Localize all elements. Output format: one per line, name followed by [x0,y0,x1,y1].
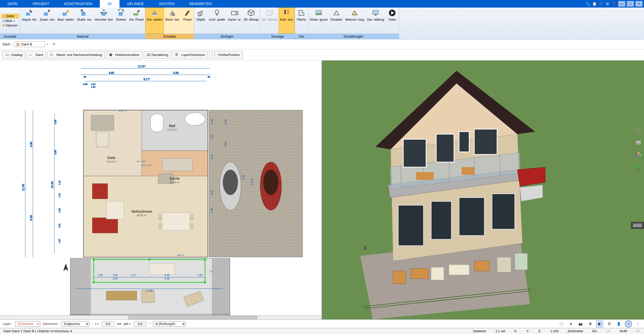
house-3d-canvas[interactable] [322,60,644,319]
drehen-button[interactable]: Drehen [114,8,128,34]
layer-select[interactable]: 2D-Element [15,321,40,327]
svg-text:2.35: 2.35 [165,277,170,280]
dropdown-arrow[interactable]: ▾ [47,43,48,46]
lichtquelle-button[interactable]: Licht- quelle [207,8,227,34]
svg-text:Wohnzimmer: Wohnzimmer [131,209,152,214]
status-y: Y: [525,329,531,333]
svg-rect-133 [431,201,451,239]
view-3d[interactable] [322,60,644,319]
layers-panel-icon[interactable] [634,126,642,134]
wand-dach-button[interactable]: ⬡Wand- und Dachverschneidung [47,51,105,59]
video-button[interactable]: Video [386,8,399,34]
status-x: X: [513,329,519,333]
n-icon[interactable]: N [625,320,632,327]
svg-rect-16 [284,12,286,14]
phi-input[interactable] [134,321,147,327]
svg-point-155 [636,165,640,169]
menu-bearbeiten[interactable]: BEARBEITEN [182,0,220,8]
view-2d[interactable]: 11.01° 4.65 5.60 36 36 9.17° 0.83 1.01 1… [0,60,322,319]
svg-text:BRH 26: BRH 26 [177,254,185,256]
floorplan-canvas[interactable]: 11.01° 4.65 5.60 36 36 9.17° 0.83 1.01 1… [0,60,322,319]
roof-icon: ⌂ [29,53,34,57]
svg-text:3.2: 3.2 [210,270,213,273]
main-menu-bar: DATEI PROJEKT KONSTRUKTION 3D GELÄNDE SI… [0,0,644,8]
color-palette-icon[interactable] [634,151,642,159]
camera-icon[interactable]: 📷 [577,320,584,327]
verschieben-button[interactable]: Verschie- ben [93,8,114,34]
svg-text:Diele: Diele [107,156,115,160]
flaeche-button[interactable]: ?Fläche [295,8,308,34]
edit-pencil-icon[interactable]: ✎ [53,42,55,46]
pinsel-button[interactable]: Pinsel [181,8,194,34]
tool-icon-clipboard[interactable]: 📋 [592,1,597,7]
hin-pinsel-button[interactable]: Hin. Pinsel [128,8,145,34]
darstellung-button[interactable]: Dar- stellung [365,8,386,34]
person-icon[interactable]: 👤 [615,320,622,327]
groesse-position-button[interactable]: ⛶Größe/Position [209,51,243,59]
hintergrund-button[interactable]: Hinter- grund [308,8,329,34]
group-label-info: Info [295,34,308,39]
beleuchtung-button[interactable]: Beleuch- tung [344,8,365,34]
zuweisen-button[interactable]: Zuwei- sen [38,8,56,34]
cursor-icon[interactable]: ➤ [567,320,574,327]
tool-icon-settings[interactable]: ⚙ [605,1,610,7]
minimize-button[interactable]: — [618,1,625,7]
geschoss-select[interactable]: Erdgeschos [62,321,89,327]
svg-text:5.60: 5.60 [173,71,178,74]
right-panel-handle[interactable] [631,222,644,229]
dach-dropdown[interactable]: 🏠 Dach B [14,41,45,47]
svg-text:Küche: Küche [170,176,180,180]
svg-text:4.65: 4.65 [109,71,114,74]
3d-bitmap-button[interactable]: 3D- Bitmap [242,8,260,34]
skalieren-button[interactable]: Skalie- ren [75,8,93,34]
kollision-button[interactable]: Kolli- sion [279,8,295,34]
mark-button[interactable]: ◇Mark.▾ [2,19,19,23]
close-button[interactable]: × [635,1,642,7]
svg-rect-0 [26,13,30,15]
clock-icon[interactable]: 🕐 [558,320,565,327]
darstellen-button[interactable]: Dar- stellen [145,8,164,34]
menu-gelaende[interactable]: GELÄNDE [119,0,151,8]
menu-konstruktion[interactable]: KONSTRUKTION [57,0,100,8]
menu-datei[interactable]: DATEI [0,0,25,8]
optionen-button[interactable]: ✚Optionen [2,23,19,27]
holz-button[interactable]: ▦Holzkonstruktion [106,51,142,59]
rechnen-button[interactable]: Rech- nen [164,8,181,34]
svg-rect-137 [411,268,428,279]
tool-icon-wrench[interactable]: 🔧 [585,1,591,7]
menu-3d[interactable]: 3D [100,0,119,8]
maximize-button[interactable]: □ [627,1,634,7]
menu-projekt[interactable]: PROJEKT [25,0,57,8]
dach-button[interactable]: ⌂Dach [27,51,46,59]
layers3-icon[interactable]: ☰ [606,320,613,327]
layer-geschoss-button[interactable]: ☰Layer/Geschoss [172,51,208,59]
objekt-button[interactable]: Objekt [194,8,207,34]
scrollbar-2d[interactable] [0,315,322,319]
selekt-button[interactable]: ⬉Selekt [2,14,19,18]
house-icon: 🏠 [16,42,20,46]
cube-icon[interactable]: ◧ [596,320,603,327]
bearbeiten-button[interactable]: Bear- beiten [56,8,75,34]
monitor-icon[interactable]: 🖥 [587,320,594,327]
schatten-button[interactable]: Schatten [329,8,344,34]
svg-rect-18 [287,12,289,14]
abgreifen-button[interactable]: Abgrei- fen [20,8,38,34]
tree-icon[interactable] [634,164,642,172]
dl-select[interactable]: dl (Richtung/Di [153,321,186,327]
object-toolbar: Dach : 🏠 Dach B ▾ ✎ [0,39,644,49]
katalog-button[interactable]: 📖Katalog [3,51,25,59]
tool-icon-shield[interactable]: 🛡 [598,1,604,7]
help-icon[interactable]: ❓ [611,1,617,7]
svg-point-82 [223,170,238,195]
svg-text:2.01: 2.01 [210,190,213,195]
kamera-button[interactable]: Kame- ra [227,8,242,34]
svg-text:1.48: 1.48 [98,274,103,277]
2d-darstellung-button[interactable]: 2D Darstellung [144,51,171,58]
menu-icon[interactable]: ⋮ [634,320,641,327]
furniture-icon[interactable] [634,139,642,147]
resize-icon: ⛶ [212,53,217,57]
svg-text:Bad: Bad [169,124,175,128]
svg-rect-8 [171,15,175,16]
menu-sichten[interactable]: SICHTEN [151,0,182,8]
l-input[interactable] [101,321,114,327]
